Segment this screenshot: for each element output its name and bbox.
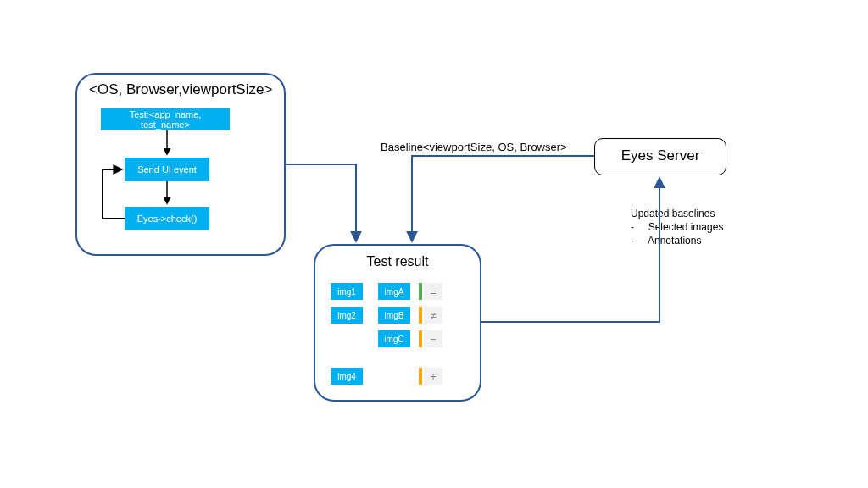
right-chip-a: imgA <box>378 283 410 300</box>
status-bar-3 <box>419 330 422 347</box>
server-panel-title: Eyes Server <box>595 147 726 164</box>
status-bar-2 <box>419 307 422 324</box>
step-send-ui-event-box: Send UI event <box>125 158 209 181</box>
result-panel-title: Test result <box>315 254 480 269</box>
notes-heading: Updated baselines <box>631 207 809 220</box>
result-panel: Test result img1 img2 img4 imgA imgB img… <box>314 244 481 402</box>
updated-baselines-notes: Updated baselines - Selected images - An… <box>631 207 809 248</box>
status-sym-3: − <box>424 330 442 347</box>
status-sym-2: ≠ <box>424 307 442 324</box>
left-chip-4: img4 <box>331 368 363 385</box>
test-panel: <OS, Browser,viewportSize> Test:<app_nam… <box>75 73 286 256</box>
test-name-box: Test:<app_name, test_name> <box>101 108 230 130</box>
notes-bullet-1: - Selected images <box>631 220 809 234</box>
status-sym-1: = <box>424 283 442 300</box>
right-chip-c: imgC <box>378 330 410 347</box>
right-chip-b: imgB <box>378 307 410 324</box>
left-chip-2: img2 <box>331 307 363 324</box>
status-bar-4 <box>419 368 422 385</box>
baseline-label: Baseline<viewportSize, OS, Browser> <box>381 141 567 153</box>
notes-bullet-2: - Annotations <box>631 234 809 247</box>
status-bar-1 <box>419 283 422 300</box>
left-chip-1: img1 <box>331 283 363 300</box>
test-panel-title: <OS, Browser,viewportSize> <box>89 81 272 98</box>
server-panel: Eyes Server <box>594 138 726 175</box>
status-sym-4: + <box>424 368 442 385</box>
step-eyes-check-box: Eyes->check() <box>125 207 209 230</box>
